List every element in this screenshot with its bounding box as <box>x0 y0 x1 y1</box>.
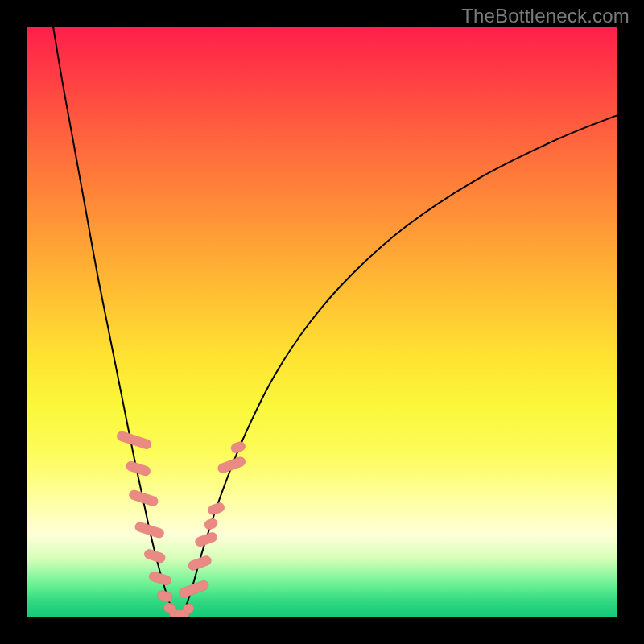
data-marker <box>187 555 213 572</box>
data-marker <box>217 456 246 474</box>
data-marker <box>134 521 165 539</box>
data-marker <box>194 531 218 548</box>
data-marker <box>229 440 246 454</box>
curve-left-curve <box>53 27 174 614</box>
marker-layer <box>116 430 246 617</box>
data-marker <box>116 430 153 450</box>
curve-right-curve <box>184 115 617 614</box>
data-marker <box>203 518 218 531</box>
chart-frame: TheBottleneck.com <box>0 0 644 644</box>
chart-svg <box>27 27 617 617</box>
watermark-text: TheBottleneck.com <box>461 5 630 27</box>
data-marker <box>156 589 174 603</box>
data-marker <box>207 502 225 516</box>
